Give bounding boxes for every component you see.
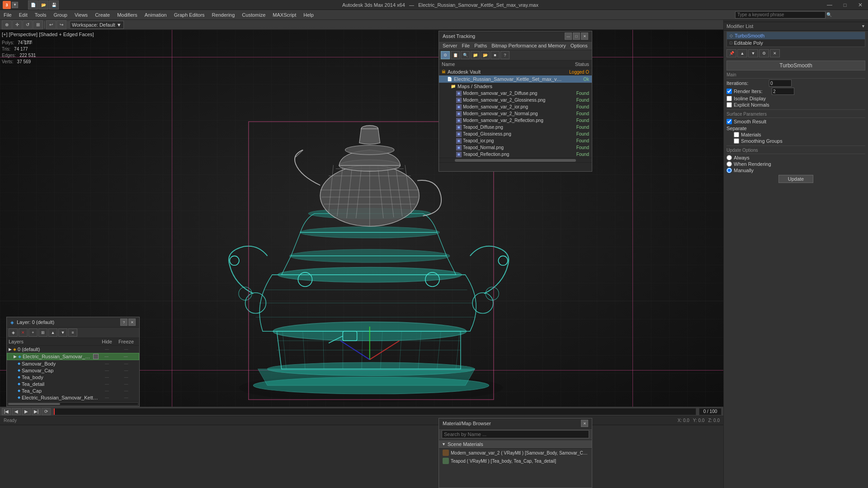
select-tool[interactable]: ⊕ xyxy=(2,20,12,29)
ts-update-btn[interactable]: Update xyxy=(778,175,813,183)
ts-render-iters-input[interactable] xyxy=(772,88,794,95)
timeline-track[interactable] xyxy=(53,408,696,415)
asset-row-vault[interactable]: 🏛 Autodesk Vault Logged O xyxy=(439,68,592,75)
menu-graph-editors[interactable]: Graph Editors xyxy=(170,10,208,20)
timeline-btn-5[interactable]: ⟳ xyxy=(42,408,51,415)
asset-menu-bitmap[interactable]: Bitmap Performance and Memory xyxy=(491,43,566,48)
open-btn[interactable]: 📂 xyxy=(38,0,48,9)
layer-tb-btn-1[interactable]: ◈ xyxy=(9,328,18,337)
asset-menu-file[interactable]: File xyxy=(462,43,470,48)
layer-row-electric-2[interactable]: ◆ Electric_Russian_Samovar_Kettle_Set — … xyxy=(7,394,139,401)
timeline-btn-4[interactable]: ▶| xyxy=(32,408,41,415)
asset-menu-paths[interactable]: Paths xyxy=(474,43,487,48)
save-btn[interactable]: 💾 xyxy=(49,0,59,9)
layer-tb-btn-delete[interactable]: ✕ xyxy=(19,328,28,337)
menu-help[interactable]: Help xyxy=(300,10,317,20)
ts-iterations-input[interactable] xyxy=(769,80,792,87)
menu-animation[interactable]: Animation xyxy=(141,10,170,20)
asset-hscroll-thumb[interactable] xyxy=(455,159,576,162)
modifier-turbosmooth[interactable]: ◇ TurboSmooth xyxy=(727,32,865,39)
redo-btn[interactable]: ↪ xyxy=(57,20,66,29)
menu-rendering[interactable]: Rendering xyxy=(208,10,239,20)
layer-row-samovar-body[interactable]: ◆ Samovar_Body — — xyxy=(7,360,139,367)
asset-tb-btn-help[interactable]: ? xyxy=(500,51,509,59)
mod-pin-btn[interactable]: 📌 xyxy=(726,49,736,57)
asset-tb-btn-2[interactable]: 📋 xyxy=(451,51,460,59)
app-icon-btn[interactable]: ▼ xyxy=(12,2,18,8)
search-input[interactable] xyxy=(735,11,826,19)
menu-create[interactable]: Create xyxy=(91,10,113,20)
menu-file[interactable]: File xyxy=(0,10,15,20)
timeline-frame[interactable]: 0 / 100 xyxy=(699,408,722,415)
workspace-dropdown[interactable]: Workspace: Default ▼ xyxy=(70,21,124,29)
asset-row-png-7[interactable]: ▣ Teapod_Glossiness.png Found xyxy=(439,131,592,137)
asset-row-png-4[interactable]: ▣ Modern_samovar_var_2_Normal.png Found xyxy=(439,110,592,117)
asset-tb-btn-3[interactable]: 🔍 xyxy=(461,51,470,59)
timeline-btn-3[interactable]: ▶ xyxy=(22,408,31,415)
rotate-tool[interactable]: ↺ xyxy=(23,20,33,29)
modifier-editable-poly[interactable]: □ Editable Poly xyxy=(727,39,865,47)
asset-maximize-btn[interactable]: □ xyxy=(573,33,580,40)
asset-tb-btn-red[interactable]: ■ xyxy=(491,51,500,59)
mat-row-1[interactable]: Modern_samovar_var_2 ( VRayMtl ) [Samova… xyxy=(439,449,592,457)
asset-minimize-btn[interactable]: — xyxy=(565,33,572,40)
layer-help-btn[interactable]: ? xyxy=(120,319,127,326)
layer-row-tea-cap[interactable]: ◆ Tea_Cap — — xyxy=(7,387,139,394)
search-icon[interactable]: 🔍 xyxy=(826,12,832,17)
layer-row-tea-body[interactable]: ◆ Tea_body — — xyxy=(7,374,139,380)
mat-row-2[interactable]: Teapod ( VRayMtl ) [Tea_body, Tea_Cap, T… xyxy=(439,457,592,465)
asset-tb-btn-5[interactable]: 📂 xyxy=(481,51,490,59)
layer-row-tea-detail[interactable]: ◆ Tea_detail — — xyxy=(7,380,139,387)
asset-tb-btn-4[interactable]: 📁 xyxy=(471,51,480,59)
ts-smoothing-check[interactable] xyxy=(734,138,739,144)
move-tool[interactable]: ✛ xyxy=(12,20,22,29)
minimize-btn[interactable]: — xyxy=(822,0,837,10)
asset-close-btn[interactable]: ✕ xyxy=(581,33,588,40)
mat-close-btn[interactable]: ✕ xyxy=(581,420,588,427)
asset-row-png-8[interactable]: ▣ Teapod_ior.png Found xyxy=(439,137,592,144)
asset-menu-options[interactable]: Options xyxy=(571,43,588,48)
layer-scroll-track[interactable] xyxy=(8,403,138,405)
mat-scene-arrow[interactable]: ▼ xyxy=(442,442,446,446)
new-btn[interactable]: 📄 xyxy=(28,0,38,9)
asset-row-folder[interactable]: 📁 Maps / Shaders xyxy=(439,83,592,90)
asset-row-png-9[interactable]: ▣ Teapod_Normal.png Found xyxy=(439,144,592,151)
asset-row-png-10[interactable]: ▣ Teapod_Reflection.png Found xyxy=(439,151,592,158)
ts-always-radio[interactable] xyxy=(726,155,732,160)
layer-row-samovar-cap[interactable]: ◆ Samovar_Cap — — xyxy=(7,367,139,374)
menu-edit[interactable]: Edit xyxy=(15,10,31,20)
ts-manually-radio[interactable] xyxy=(726,168,732,173)
layer-tb-btn-6[interactable]: ▼ xyxy=(58,328,67,337)
asset-row-png-2[interactable]: ▣ Modern_samovar_var_2_Glossiness.png Fo… xyxy=(439,97,592,103)
menu-maxscript[interactable]: MAXScript xyxy=(269,10,300,20)
menu-views[interactable]: Views xyxy=(71,10,91,20)
ts-explicit-check[interactable] xyxy=(726,102,732,108)
layer-tb-btn-4[interactable]: ⊞ xyxy=(38,328,47,337)
ts-smooth-result-check[interactable] xyxy=(726,119,732,124)
scale-tool[interactable]: ⊞ xyxy=(33,20,43,29)
modifier-list-dropdown[interactable]: ▼ xyxy=(861,24,865,28)
ts-materials-check[interactable] xyxy=(734,132,739,137)
ts-render-iters-check[interactable] xyxy=(726,89,732,94)
asset-hscrollbar[interactable] xyxy=(439,158,592,162)
asset-tb-btn-1[interactable]: ⚙ xyxy=(441,51,450,59)
layer-tb-btn-add[interactable]: + xyxy=(28,328,38,337)
timeline-btn-2[interactable]: ◀ xyxy=(12,408,21,415)
ts-isoline-check[interactable] xyxy=(726,96,732,101)
layer-tb-btn-5[interactable]: ▲ xyxy=(48,328,57,337)
layer-scrollbar[interactable] xyxy=(7,401,139,406)
layer-electric-checkbox[interactable] xyxy=(93,354,99,359)
layer-row-electric[interactable]: ▶ ◈ Electric_Russian_Samovar_Kettle_Set … xyxy=(7,353,139,360)
layer-tb-btn-7[interactable]: ≡ xyxy=(68,328,77,337)
menu-group[interactable]: Group xyxy=(50,10,71,20)
layer-row-default[interactable]: ▶ ◈ 0 (default) — — xyxy=(7,346,139,353)
undo-btn[interactable]: ↩ xyxy=(46,20,56,29)
mod-config-btn[interactable]: ⚙ xyxy=(759,49,769,57)
mat-search-input[interactable] xyxy=(442,430,589,438)
maximize-btn[interactable]: □ xyxy=(837,0,853,10)
menu-customize[interactable]: Customize xyxy=(238,10,269,20)
asset-row-png-1[interactable]: ▣ Modern_samovar_var_2_Diffuse.png Found xyxy=(439,90,592,97)
asset-row-png-3[interactable]: ▣ Modern_samovar_var_2_ior.png Found xyxy=(439,103,592,110)
mod-arrow-down-btn[interactable]: ▼ xyxy=(748,49,758,57)
menu-modifiers[interactable]: Modifiers xyxy=(113,10,141,20)
